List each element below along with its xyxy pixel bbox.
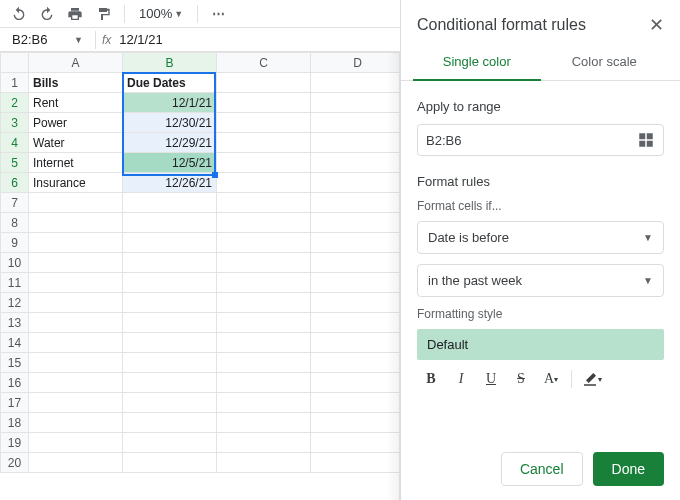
range-input-row[interactable]: B2:B6 — [417, 124, 664, 156]
undo-button[interactable] — [8, 3, 30, 25]
cell[interactable] — [29, 433, 123, 453]
paint-format-button[interactable] — [92, 3, 114, 25]
cell[interactable]: Insurance — [29, 173, 123, 193]
cell[interactable]: 12/1/21 — [123, 93, 217, 113]
cell[interactable] — [123, 213, 217, 233]
row-header[interactable]: 16 — [1, 373, 29, 393]
column-header[interactable]: C — [217, 53, 311, 73]
cell[interactable] — [217, 213, 311, 233]
formula-input[interactable]: 12/1/21 — [119, 32, 162, 47]
cell[interactable] — [29, 453, 123, 473]
cell[interactable] — [123, 373, 217, 393]
cell[interactable] — [29, 293, 123, 313]
cell[interactable]: Rent — [29, 93, 123, 113]
cell[interactable] — [217, 113, 311, 133]
cell[interactable]: Power — [29, 113, 123, 133]
cell[interactable] — [29, 253, 123, 273]
cancel-button[interactable]: Cancel — [501, 452, 583, 486]
condition-arg-dropdown[interactable]: in the past week ▼ — [417, 264, 664, 297]
cell[interactable] — [217, 93, 311, 113]
name-box[interactable]: B2:B6 — [8, 32, 68, 47]
cell[interactable]: Internet — [29, 153, 123, 173]
italic-button[interactable]: I — [447, 366, 475, 392]
underline-button[interactable]: U — [477, 366, 505, 392]
cell[interactable] — [29, 313, 123, 333]
cell[interactable] — [123, 393, 217, 413]
row-header[interactable]: 2 — [1, 93, 29, 113]
cell[interactable] — [123, 233, 217, 253]
cell[interactable] — [123, 413, 217, 433]
tab-single-color[interactable]: Single color — [413, 44, 541, 81]
cell[interactable] — [217, 273, 311, 293]
row-header[interactable]: 4 — [1, 133, 29, 153]
cell[interactable] — [123, 433, 217, 453]
cell[interactable] — [123, 273, 217, 293]
close-icon[interactable]: ✕ — [649, 14, 664, 36]
cell[interactable]: Due Dates — [123, 73, 217, 93]
cell[interactable] — [123, 253, 217, 273]
more-button[interactable]: ⋯ — [208, 3, 230, 25]
row-header[interactable]: 9 — [1, 233, 29, 253]
cell[interactable] — [217, 133, 311, 153]
redo-button[interactable] — [36, 3, 58, 25]
row-header[interactable]: 3 — [1, 113, 29, 133]
cell[interactable] — [29, 233, 123, 253]
cell[interactable] — [123, 453, 217, 473]
cell[interactable] — [29, 413, 123, 433]
sheet-grid[interactable]: ABCD1BillsDue Dates2Rent12/1/213Power12/… — [0, 52, 400, 473]
cell[interactable]: Bills — [29, 73, 123, 93]
cell[interactable] — [123, 353, 217, 373]
scrollbar-vertical[interactable] — [387, 52, 399, 500]
cell[interactable] — [123, 293, 217, 313]
cell[interactable] — [217, 233, 311, 253]
cell[interactable]: 12/30/21 — [123, 113, 217, 133]
row-header[interactable]: 1 — [1, 73, 29, 93]
cell[interactable]: Water — [29, 133, 123, 153]
strikethrough-button[interactable]: S — [507, 366, 535, 392]
cell[interactable] — [217, 73, 311, 93]
row-header[interactable]: 6 — [1, 173, 29, 193]
cell[interactable]: 12/5/21 — [123, 153, 217, 173]
row-header[interactable]: 8 — [1, 213, 29, 233]
cell[interactable] — [217, 433, 311, 453]
cell[interactable] — [217, 393, 311, 413]
cell[interactable] — [217, 333, 311, 353]
cell[interactable] — [29, 213, 123, 233]
cell[interactable] — [217, 373, 311, 393]
row-header[interactable]: 15 — [1, 353, 29, 373]
cell[interactable] — [29, 333, 123, 353]
row-header[interactable]: 17 — [1, 393, 29, 413]
cell[interactable] — [217, 173, 311, 193]
cell[interactable] — [123, 193, 217, 213]
row-header[interactable]: 7 — [1, 193, 29, 213]
row-header[interactable]: 14 — [1, 333, 29, 353]
row-header[interactable]: 20 — [1, 453, 29, 473]
corner-cell[interactable] — [1, 53, 29, 73]
tab-color-scale[interactable]: Color scale — [541, 44, 669, 80]
cell[interactable] — [29, 273, 123, 293]
done-button[interactable]: Done — [593, 452, 664, 486]
condition-dropdown[interactable]: Date is before ▼ — [417, 221, 664, 254]
cell[interactable] — [217, 253, 311, 273]
cell[interactable] — [29, 353, 123, 373]
row-header[interactable]: 13 — [1, 313, 29, 333]
cell[interactable]: 12/26/21 — [123, 173, 217, 193]
cell[interactable] — [29, 393, 123, 413]
spreadsheet-area[interactable]: ABCD1BillsDue Dates2Rent12/1/213Power12/… — [0, 52, 400, 500]
cell[interactable] — [29, 193, 123, 213]
row-header[interactable]: 11 — [1, 273, 29, 293]
cell[interactable] — [217, 293, 311, 313]
row-header[interactable]: 19 — [1, 433, 29, 453]
cell[interactable] — [217, 153, 311, 173]
cell[interactable] — [217, 313, 311, 333]
cell[interactable]: 12/29/21 — [123, 133, 217, 153]
cell[interactable] — [217, 453, 311, 473]
row-header[interactable]: 5 — [1, 153, 29, 173]
style-preview[interactable]: Default — [417, 329, 664, 360]
zoom-dropdown[interactable]: 100% ▼ — [135, 6, 187, 21]
column-header[interactable]: A — [29, 53, 123, 73]
select-range-icon[interactable] — [637, 131, 655, 149]
cell[interactable] — [29, 373, 123, 393]
name-box-dropdown[interactable]: ▼ — [68, 35, 89, 45]
cell[interactable] — [217, 353, 311, 373]
